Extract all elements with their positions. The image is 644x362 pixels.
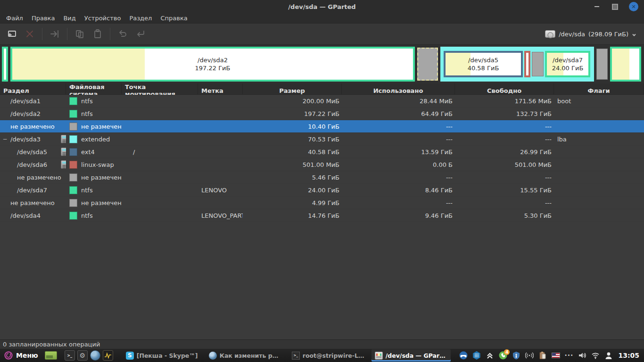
skype-icon: S xyxy=(126,352,134,360)
filesystem-color-swatch xyxy=(69,148,77,156)
browser-launcher-icon[interactable] xyxy=(90,350,100,361)
expand-tray-icon[interactable] xyxy=(485,351,494,360)
partition-bar-label: /dev/sda2197.22 ГиБ xyxy=(12,49,413,80)
visual-partition-sda5[interactable]: /dev/sda540.58 ГиБ xyxy=(444,51,523,77)
taskbar: Меню >_ ⚙ S [Пекша - Skype™] Как изменит… xyxy=(0,349,644,362)
filesystem-color-swatch xyxy=(69,199,77,207)
window-list: S [Пекша - Skype™] Как изменить разм... … xyxy=(123,349,451,362)
filesystem-color-swatch xyxy=(69,123,77,131)
start-menu-button[interactable]: Меню xyxy=(2,349,42,362)
menu-button-label: Меню xyxy=(16,352,38,359)
filesystem-color-swatch xyxy=(69,135,77,143)
taskbar-window-terminal[interactable]: >_ root@stripwire-Leno... xyxy=(289,349,368,362)
system-tray: 4 ··· 13:05 xyxy=(459,351,642,360)
filesystem-color-swatch xyxy=(69,110,77,118)
used-space-fill xyxy=(612,49,629,80)
close-button[interactable] xyxy=(629,2,638,11)
pending-operations-text: 0 запланированных операций xyxy=(3,341,100,348)
filesystem-color-swatch xyxy=(69,161,77,169)
taskbar-window-skype[interactable]: S [Пекша - Skype™] xyxy=(123,349,202,362)
table-row[interactable]: не размечено не размечено 10.40 ГиБ --- … xyxy=(0,120,644,133)
apply-button xyxy=(132,26,149,42)
network-signal-tray-icon[interactable] xyxy=(525,351,534,360)
delete-partition-button xyxy=(21,26,39,42)
used-space-fill xyxy=(4,49,4,80)
visual-unallocated[interactable] xyxy=(532,52,544,76)
gparted-icon xyxy=(375,352,383,360)
visual-partition-sda7[interactable]: /dev/sda724.00 ГиБ xyxy=(545,51,590,77)
status-bar: 0 запланированных операций xyxy=(0,339,644,349)
clipboard-tray-icon[interactable] xyxy=(538,351,547,360)
expander-icon[interactable] xyxy=(2,136,8,142)
partition-bar-label: /dev/sda540.58 ГиБ xyxy=(446,53,521,75)
disk-icon xyxy=(545,30,555,38)
menu-partition[interactable]: Раздел xyxy=(125,14,156,23)
filesystem-color-swatch xyxy=(69,97,77,105)
table-row[interactable]: /dev/sda1 ntfs 200.00 МиБ 28.44 МиБ 171.… xyxy=(0,95,644,107)
toolbar-separator xyxy=(110,28,110,40)
menu-edit[interactable]: Правка xyxy=(27,14,59,23)
undo-button xyxy=(114,26,132,42)
skype-tray-icon[interactable]: 4 xyxy=(498,351,507,360)
visual-unallocated-selected[interactable] xyxy=(417,48,438,81)
menu-bar: Файл Правка Вид Устройство Раздел Справк… xyxy=(0,13,644,24)
locked-partition-icon xyxy=(61,160,66,169)
tray-overflow-icon[interactable]: ··· xyxy=(564,351,573,360)
device-path: /dev/sda xyxy=(559,31,585,38)
table-row[interactable]: /dev/sda3 extended 70.53 ГиБ --- --- lba xyxy=(0,133,644,146)
visual-partition-sda3[interactable]: /dev/sda540.58 ГиБ/dev/sda724.00 ГиБ xyxy=(440,47,594,82)
gparted-launcher-icon[interactable] xyxy=(103,350,113,361)
table-row[interactable]: /dev/sda7 ntfs LENOVO 24.00 ГиБ 8.46 ГиБ… xyxy=(0,184,644,197)
table-row[interactable]: /dev/sda4 ntfs LENOVO_PART 14.76 ГиБ 9.4… xyxy=(0,209,644,222)
user-tray-icon[interactable] xyxy=(604,351,613,360)
minimize-button[interactable] xyxy=(593,3,601,10)
table-row[interactable]: /dev/sda5 ext4 / 40.58 ГиБ 13.59 ГиБ 26.… xyxy=(0,146,644,158)
table-row[interactable]: /dev/sda6 linux-swap 501.00 МиБ 0.00 Б 5… xyxy=(0,158,644,171)
settings-launcher-icon[interactable]: ⚙ xyxy=(77,350,88,361)
filesystem-color-swatch xyxy=(69,212,77,220)
visual-partition-sda1[interactable] xyxy=(2,47,8,82)
taskbar-window-browser[interactable]: Как изменить разм... xyxy=(206,349,285,362)
keyboard-layout-flag-icon[interactable] xyxy=(551,351,560,360)
browser-icon xyxy=(209,352,217,360)
visual-partition-sda4[interactable] xyxy=(610,47,641,82)
menu-help[interactable]: Справка xyxy=(156,14,191,23)
visual-partition-sda2[interactable]: /dev/sda2197.22 ГиБ xyxy=(10,47,415,82)
clock[interactable]: 13:05 xyxy=(618,352,639,359)
show-desktop-button[interactable] xyxy=(45,351,57,360)
chevron-down-icon xyxy=(632,32,636,36)
menu-device[interactable]: Устройство xyxy=(80,14,125,23)
title-bar: /dev/sda — GParted xyxy=(0,0,644,13)
notification-badge: 4 xyxy=(504,349,510,355)
terminal-launcher-icon[interactable]: >_ xyxy=(65,350,75,361)
device-selector[interactable]: /dev/sda (298.09 ГиБ) xyxy=(540,28,641,40)
menu-file[interactable]: Файл xyxy=(2,14,27,23)
restore-button[interactable] xyxy=(611,3,619,10)
partition-bar-label: /dev/sda724.00 ГиБ xyxy=(547,53,588,75)
locked-partition-icon xyxy=(61,135,66,143)
paste-button xyxy=(89,26,107,42)
firewall-tray-icon[interactable] xyxy=(512,351,520,360)
table-row[interactable]: не размечено не размечено 4.99 ГиБ --- -… xyxy=(0,197,644,209)
visual-unallocated[interactable] xyxy=(596,49,608,80)
distro-logo-icon xyxy=(4,351,13,360)
locked-partition-icon xyxy=(61,148,66,156)
quick-launchers: >_ ⚙ xyxy=(65,350,113,361)
toolbar-separator xyxy=(42,28,42,40)
partition-visual-bar: /dev/sda2197.22 ГиБ/dev/sda540.58 ГиБ/de… xyxy=(0,45,644,83)
copy-button xyxy=(71,26,89,42)
table-row[interactable]: не размечено не размечено 5.46 ГиБ --- -… xyxy=(0,171,644,184)
partition-table-body: /dev/sda1 ntfs 200.00 МиБ 28.44 МиБ 171.… xyxy=(0,95,644,339)
menu-view[interactable]: Вид xyxy=(59,14,80,23)
volume-tray-icon[interactable] xyxy=(578,351,586,360)
games-tray-icon[interactable] xyxy=(459,351,468,360)
wifi-tray-icon[interactable] xyxy=(591,351,600,360)
terminal-icon: >_ xyxy=(292,352,300,360)
app-grid-tray-icon[interactable] xyxy=(472,351,481,360)
table-row[interactable]: /dev/sda2 ntfs 197.22 ГиБ 64.49 ГиБ 132.… xyxy=(0,107,644,120)
filesystem-color-swatch xyxy=(69,186,77,194)
taskbar-window-gparted[interactable]: /dev/sda — GParted xyxy=(372,349,451,362)
visual-partition-sda6[interactable] xyxy=(524,51,530,77)
new-partition-button[interactable] xyxy=(3,26,21,42)
toolbar-separator xyxy=(67,28,67,40)
